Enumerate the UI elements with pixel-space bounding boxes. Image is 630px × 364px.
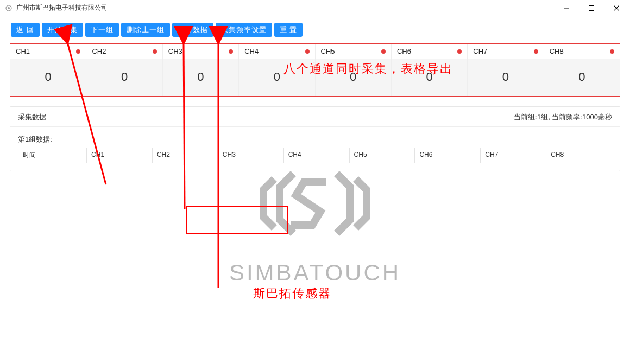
channel-label: CH4 [244,47,259,55]
table-header-cell: CH2 [153,148,218,163]
status-dot-icon [76,49,80,54]
channel-value: 0 [10,59,86,96]
export-data-button[interactable]: 导出数据 [172,23,213,37]
table-header-cell: CH7 [481,148,546,163]
data-table-header: 时间 CH1 CH2 CH3 CH4 CH5 CH6 CH7 CH8 [18,148,612,163]
status-dot-icon [534,49,538,54]
status-dot-icon [381,49,386,54]
channel-value: 0 [544,59,620,96]
collection-status: 当前组:1组, 当前频率:1000毫秒 [514,112,612,122]
table-header-cell: CH3 [218,148,284,163]
channel-label: CH7 [473,47,487,55]
watermark-text: SIMBATOUCH [0,260,630,286]
svg-rect-3 [589,5,594,10]
channel-col: CH4 0 [239,44,315,96]
app-icon [4,4,13,12]
status-dot-icon [610,49,614,54]
table-header-cell: CH5 [350,148,415,163]
svg-point-1 [8,7,10,9]
delete-prev-group-button[interactable]: 删除上一组 [121,23,170,37]
channel-col: CH2 0 [86,44,162,96]
toolbar: 返 回 开始采集 下一组 删除上一组 导出数据 采集频率设置 重 置 [0,16,630,40]
channel-label: CH1 [16,47,30,55]
channel-col: CH3 0 [163,44,239,96]
status-dot-icon [229,49,233,54]
status-dot-icon [153,49,157,54]
channel-value: 0 [86,59,162,96]
channel-value: 0 [163,59,238,96]
channel-label: CH2 [92,47,106,55]
table-header-cell: CH1 [87,148,153,163]
table-header-cell: CH8 [546,148,612,163]
reset-button[interactable]: 重 置 [274,23,303,37]
window-close-button[interactable] [604,0,629,16]
collection-panel: 采集数据 当前组:1组, 当前频率:1000毫秒 第1组数据: 时间 CH1 C… [10,106,620,171]
channel-col: CH8 0 [544,44,620,96]
start-capture-button[interactable]: 开始采集 [42,23,83,37]
window-minimize-button[interactable] [554,0,579,16]
channel-label: CH6 [397,47,411,55]
channel-col: CH1 0 [10,44,86,96]
window-title: 广州市斯巴拓电子科技有限公司 [16,3,108,12]
watermark: SIMBATOUCH [0,157,630,286]
status-dot-icon [305,49,310,54]
channel-col: CH6 0 [392,44,468,96]
capture-frequency-button[interactable]: 采集频率设置 [216,23,272,37]
channel-value: 0 [316,59,391,96]
title-bar: 广州市斯巴拓电子科技有限公司 [0,0,630,16]
table-header-cell: CH6 [415,148,481,163]
status-dot-icon [457,49,462,54]
channel-value: 0 [468,59,543,96]
channels-panel: CH1 0 CH2 0 CH3 0 CH4 0 CH5 0 CH6 0 CH7 … [10,43,620,97]
channel-col: CH7 0 [468,44,544,96]
collection-title: 采集数据 [18,112,46,122]
channel-label: CH5 [321,47,335,55]
channel-label: CH8 [550,47,564,55]
channel-value: 0 [392,59,467,96]
window-maximize-button[interactable] [579,0,604,16]
next-group-button[interactable]: 下一组 [85,23,119,37]
annotation-text: 斯巴拓传感器 [253,285,331,302]
table-header-cell: 时间 [18,148,87,163]
group-label: 第1组数据: [10,127,620,146]
table-header-cell: CH4 [284,148,350,163]
back-button[interactable]: 返 回 [11,23,40,37]
annotation-box [186,206,288,234]
channel-label: CH3 [168,47,182,55]
channel-value: 0 [239,59,314,96]
logo-icon [244,157,386,255]
channel-col: CH5 0 [316,44,392,96]
